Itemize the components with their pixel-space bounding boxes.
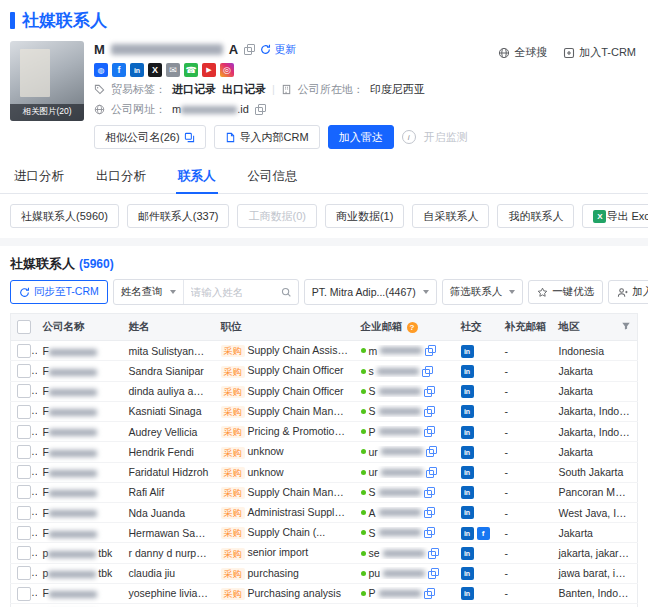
youtube-icon[interactable]: ▶ — [202, 63, 216, 77]
copy-email-icon[interactable] — [424, 588, 434, 599]
table-row[interactable]: F Sandra Sianipar 采购Supply Chain Officer… — [11, 361, 638, 381]
linkedin-icon[interactable]: in — [461, 486, 474, 499]
linkedin-icon[interactable]: in — [461, 506, 474, 519]
table-row[interactable]: F dinda auliya adha 采购Supply Chain Offic… — [11, 381, 638, 401]
info-icon[interactable]: i — [402, 130, 416, 144]
export-record-link[interactable]: 出口记录 — [222, 81, 266, 97]
copy-email-icon[interactable] — [424, 487, 434, 498]
linkedin-icon[interactable]: in — [130, 63, 144, 77]
contact-filter-select[interactable]: 筛选联系人 — [442, 279, 524, 305]
import-record-link[interactable]: 进口记录 — [172, 81, 216, 97]
filter-icon[interactable] — [621, 321, 631, 333]
row-checkbox[interactable] — [17, 405, 31, 419]
refresh-button[interactable]: 更新 — [260, 41, 296, 58]
contacts-toolbar: 同步至T-CRM 姓名查询 PT. Mitra Adip...(4467) 筛选… — [0, 279, 648, 313]
copy-website-icon[interactable] — [255, 104, 265, 115]
import-crm-button[interactable]: 导入内部CRM — [214, 125, 320, 149]
table-row[interactable]: F Rafi Alif 采购Supply Chain Management ..… — [11, 482, 638, 502]
instagram-icon[interactable]: ◎ — [220, 63, 234, 77]
add-my-contacts-button[interactable]: 加入我的联系人 — [608, 280, 648, 304]
table-row[interactable]: F Audrey Vellicia 采购Pricing & Promotion … — [11, 422, 638, 442]
table-row[interactable]: F Hendrik Fendi 采购unknow ur in - Jakarta — [11, 442, 638, 462]
select-all-checkbox[interactable] — [17, 320, 31, 334]
linkedin-icon[interactable]: in — [461, 446, 474, 459]
one-click-optimize-button[interactable]: 一键优选 — [528, 280, 603, 304]
copy-email-icon[interactable] — [428, 548, 438, 559]
copy-email-icon[interactable] — [424, 507, 434, 518]
global-search-link[interactable]: 全球搜 — [498, 45, 547, 60]
copy-email-icon[interactable] — [424, 386, 434, 397]
table-row[interactable]: F yosephine liviane 采购Purchasing analysi… — [11, 583, 638, 603]
export-excel-button[interactable]: X 导出 Excel — [582, 204, 648, 228]
copy-email-icon[interactable] — [422, 366, 432, 377]
tab-export-analysis[interactable]: 出口分析 — [94, 159, 148, 194]
table-row[interactable]: F mita Sulistyandari 采购Supply Chain Assi… — [11, 341, 638, 361]
phone-icon[interactable]: ☎ — [184, 63, 198, 77]
subtab-social-contacts[interactable]: 社媒联系人(5960) — [10, 204, 119, 228]
table-row[interactable]: ptbk claudia jiu 采购purchasing pu in - ja… — [11, 563, 638, 583]
copy-email-icon[interactable] — [428, 568, 438, 579]
facebook-icon[interactable]: f — [477, 527, 490, 540]
row-checkbox[interactable] — [17, 445, 31, 459]
subtab-commercial-data[interactable]: 商业数据(1) — [325, 204, 404, 228]
copy-email-icon[interactable] — [426, 467, 436, 478]
copy-email-icon[interactable] — [424, 406, 434, 417]
tab-company-info[interactable]: 公司信息 — [246, 159, 300, 194]
linkedin-icon[interactable]: in — [461, 527, 474, 540]
table-row[interactable]: F Faridatul Hidzroh 采购unknow ur in - Sou… — [11, 462, 638, 482]
email-icon[interactable]: ✉ — [166, 63, 180, 77]
row-checkbox[interactable] — [17, 506, 31, 520]
copy-email-icon[interactable] — [426, 446, 436, 457]
website-icon[interactable]: ◍ — [94, 63, 108, 77]
facebook-icon[interactable]: f — [112, 63, 126, 77]
linkedin-icon[interactable]: in — [461, 426, 474, 439]
row-checkbox[interactable] — [17, 344, 31, 358]
table-row[interactable]: ptbk r danny d nurpat... 采购senior import… — [11, 543, 638, 563]
copy-company-name-icon[interactable] — [244, 44, 254, 55]
name-search-input[interactable] — [184, 286, 281, 298]
website-label: 公司网址： — [111, 101, 166, 117]
sync-tcrm-button[interactable]: 同步至T-CRM — [10, 280, 108, 304]
x-twitter-icon[interactable]: X — [148, 63, 162, 77]
website-link[interactable]: m.id — [172, 101, 249, 117]
row-checkbox[interactable] — [17, 526, 31, 540]
linkedin-icon[interactable]: in — [461, 567, 474, 580]
similar-companies-button[interactable]: 相似公司名(26) — [94, 125, 206, 149]
linkedin-icon[interactable]: in — [461, 466, 474, 479]
tab-import-analysis[interactable]: 进口分析 — [12, 159, 66, 194]
start-monitor-button[interactable]: 开启监测 — [424, 130, 468, 145]
subtab-self-collected[interactable]: 自采联系人 — [412, 204, 489, 228]
company-photo[interactable]: 相关图片(20) — [10, 41, 84, 121]
copy-email-icon[interactable] — [424, 426, 434, 437]
copy-email-icon[interactable] — [425, 345, 435, 356]
copy-email-icon[interactable] — [424, 527, 434, 538]
row-checkbox[interactable] — [17, 465, 31, 479]
company-filter-select[interactable]: PT. Mitra Adip...(4467) — [304, 279, 437, 305]
table-row[interactable]: F Nda Juanda 采购Administrasi Supply Chain… — [11, 502, 638, 522]
tab-contacts[interactable]: 联系人 — [176, 159, 218, 194]
row-checkbox[interactable] — [17, 546, 31, 560]
table-row[interactable]: F Hermawan Sapu... 采购Supply Chain (... S… — [11, 523, 638, 543]
linkedin-icon[interactable]: in — [461, 345, 474, 358]
help-icon[interactable]: ? — [407, 322, 418, 333]
row-checkbox[interactable] — [17, 485, 31, 499]
row-checkbox[interactable] — [17, 364, 31, 378]
table-row[interactable]: F Devi Damayanti 采购Purchaser Pe in - Ind… — [11, 604, 638, 607]
subtab-my-contacts[interactable]: 我的联系人 — [497, 204, 574, 228]
linkedin-icon[interactable]: in — [461, 405, 474, 418]
name-query-select[interactable]: 姓名查询 — [114, 280, 184, 304]
table-row[interactable]: F Kasniati Sinaga 采购Supply Chain Managem… — [11, 401, 638, 421]
linkedin-icon[interactable]: in — [461, 587, 474, 600]
search-icon[interactable] — [281, 287, 298, 298]
row-checkbox[interactable] — [17, 425, 31, 439]
row-checkbox[interactable] — [17, 566, 31, 580]
join-radar-button[interactable]: 加入雷达 — [328, 125, 394, 149]
linkedin-icon[interactable]: in — [461, 365, 474, 378]
linkedin-icon[interactable]: in — [461, 385, 474, 398]
join-tcrm-link[interactable]: 加入T-CRM — [563, 45, 636, 60]
row-checkbox[interactable] — [17, 587, 31, 601]
subtab-business-registry[interactable]: 工商数据(0) — [237, 204, 316, 228]
subtab-email-contacts[interactable]: 邮件联系人(337) — [127, 204, 230, 228]
linkedin-icon[interactable]: in — [461, 547, 474, 560]
row-checkbox[interactable] — [17, 384, 31, 398]
